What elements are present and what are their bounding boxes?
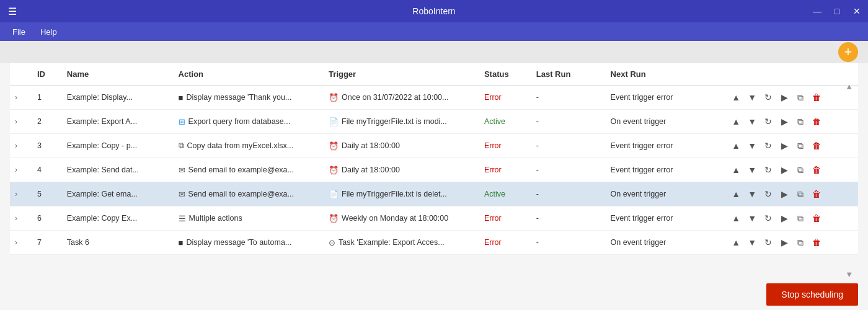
- trigger-icon: ⏰: [329, 166, 339, 175]
- trigger-text: File myTriggerFile.txt is delet...: [342, 190, 447, 198]
- hamburger-icon[interactable]: ☰: [5, 6, 20, 17]
- delete-button[interactable]: 🗑: [810, 139, 823, 153]
- move-up-button[interactable]: ▲: [729, 115, 743, 128]
- col-trigger-header: Trigger: [324, 63, 479, 86]
- refresh-button[interactable]: ↻: [761, 187, 775, 201]
- move-down-button[interactable]: ▼: [745, 139, 759, 153]
- run-button[interactable]: ▶: [777, 115, 791, 128]
- scroll-up-icon[interactable]: ▲: [845, 82, 853, 91]
- copy-button[interactable]: ⧉: [794, 115, 807, 128]
- table-row: › 1 Example: Display... ■ Display messag…: [10, 86, 858, 110]
- copy-button[interactable]: ⧉: [794, 187, 807, 201]
- delete-button[interactable]: 🗑: [810, 115, 823, 128]
- scroll-down-icon[interactable]: ▼: [845, 270, 853, 279]
- move-up-button[interactable]: ▲: [729, 163, 743, 177]
- trigger-icon: 📄: [329, 190, 339, 199]
- stop-scheduling-button[interactable]: Stop scheduling: [766, 283, 858, 306]
- move-down-button[interactable]: ▼: [745, 163, 759, 177]
- move-down-button[interactable]: ▼: [745, 211, 759, 225]
- copy-button[interactable]: ⧉: [794, 236, 807, 249]
- name-cell: Example: Export A...: [62, 110, 174, 134]
- trigger-icon: ⏰: [329, 93, 339, 102]
- delete-button[interactable]: 🗑: [810, 163, 823, 177]
- menu-file[interactable]: File: [7, 25, 30, 39]
- col-nextrun-header: Next Run: [606, 63, 725, 86]
- run-button[interactable]: ▶: [777, 236, 791, 249]
- copy-button[interactable]: ⧉: [794, 91, 807, 104]
- expand-cell: ›: [10, 231, 32, 255]
- move-down-button[interactable]: ▼: [745, 187, 759, 201]
- status-cell: Active: [479, 110, 531, 134]
- controls-cell: ▲ ▼ ↻ ▶ ⧉ 🗑: [724, 158, 858, 182]
- id-cell: 4: [32, 158, 62, 182]
- expand-icon[interactable]: ›: [15, 93, 17, 102]
- expand-cell: ›: [10, 86, 32, 110]
- nextrun-cell: On event trigger: [606, 110, 725, 134]
- trigger-icon: ⏰: [329, 141, 339, 151]
- action-icon: ⧉: [179, 141, 184, 151]
- run-button[interactable]: ▶: [777, 163, 791, 177]
- expand-icon[interactable]: ›: [15, 117, 17, 126]
- delete-button[interactable]: 🗑: [810, 236, 823, 249]
- copy-button[interactable]: ⧉: [794, 163, 807, 177]
- window-controls: — □ ✕: [811, 7, 863, 16]
- expand-cell: ›: [10, 110, 32, 134]
- run-button[interactable]: ▶: [777, 211, 791, 225]
- delete-button[interactable]: 🗑: [810, 187, 823, 201]
- table-row: › 2 Example: Export A... ⊞ Export query …: [10, 110, 858, 134]
- move-up-button[interactable]: ▲: [729, 91, 743, 104]
- move-down-button[interactable]: ▼: [745, 115, 759, 128]
- menu-help[interactable]: Help: [35, 25, 62, 39]
- name-cell: Example: Display...: [62, 86, 174, 110]
- action-cell: ■ Display message 'Thank you...: [174, 86, 324, 110]
- status-cell: Error: [479, 158, 531, 182]
- refresh-button[interactable]: ↻: [761, 163, 775, 177]
- action-icon: ■: [179, 238, 184, 247]
- action-text: Display message 'To automa...: [186, 238, 291, 247]
- move-down-button[interactable]: ▼: [745, 236, 759, 249]
- run-button[interactable]: ▶: [777, 139, 791, 153]
- action-icon: ✉: [179, 166, 185, 175]
- delete-button[interactable]: 🗑: [810, 211, 823, 225]
- add-task-button[interactable]: +: [838, 42, 858, 62]
- title-bar-left: ☰: [5, 6, 20, 17]
- move-up-button[interactable]: ▲: [729, 211, 743, 225]
- move-up-button[interactable]: ▲: [729, 236, 743, 249]
- nextrun-cell: Event trigger error: [606, 86, 725, 110]
- refresh-button[interactable]: ↻: [761, 236, 775, 249]
- close-button[interactable]: ✕: [851, 7, 863, 16]
- status-cell: Error: [479, 86, 531, 110]
- maximize-button[interactable]: □: [831, 7, 843, 16]
- controls-cell: ▲ ▼ ↻ ▶ ⧉ 🗑: [724, 134, 858, 158]
- expand-icon[interactable]: ›: [15, 141, 17, 150]
- controls-cell: ▲ ▼ ↻ ▶ ⧉ 🗑: [724, 86, 858, 110]
- run-button[interactable]: ▶: [777, 187, 791, 201]
- action-icon: ✉: [179, 190, 185, 199]
- move-up-button[interactable]: ▲: [729, 187, 743, 201]
- expand-icon[interactable]: ›: [15, 166, 17, 174]
- trigger-icon: 📄: [329, 117, 339, 126]
- expand-cell: ›: [10, 158, 32, 182]
- refresh-button[interactable]: ↻: [761, 139, 775, 153]
- menu-bar: File Help: [0, 22, 868, 41]
- expand-icon[interactable]: ›: [15, 238, 17, 247]
- delete-button[interactable]: 🗑: [810, 91, 823, 104]
- action-icon: ⊞: [179, 117, 185, 126]
- refresh-button[interactable]: ↻: [761, 91, 775, 104]
- expand-icon[interactable]: ›: [15, 190, 17, 198]
- table-row: › 6 Example: Copy Ex... ☰ Multiple actio…: [10, 206, 858, 231]
- refresh-button[interactable]: ↻: [761, 211, 775, 225]
- run-button[interactable]: ▶: [777, 91, 791, 104]
- trigger-text: Weekly on Monday at 18:00:00: [342, 214, 448, 223]
- move-up-button[interactable]: ▲: [729, 139, 743, 153]
- refresh-button[interactable]: ↻: [761, 115, 775, 128]
- trigger-cell: ⏰ Daily at 18:00:00: [324, 158, 479, 182]
- copy-button[interactable]: ⧉: [794, 211, 807, 225]
- table-scroll-container: ▲ ▼ ID Name Action Trigger Status Last R…: [10, 63, 858, 279]
- copy-button[interactable]: ⧉: [794, 139, 807, 153]
- app-title: RoboIntern: [412, 6, 455, 16]
- minimize-button[interactable]: —: [811, 7, 823, 16]
- trigger-text: Daily at 18:00:00: [342, 141, 400, 150]
- move-down-button[interactable]: ▼: [745, 91, 759, 104]
- expand-icon[interactable]: ›: [15, 214, 17, 223]
